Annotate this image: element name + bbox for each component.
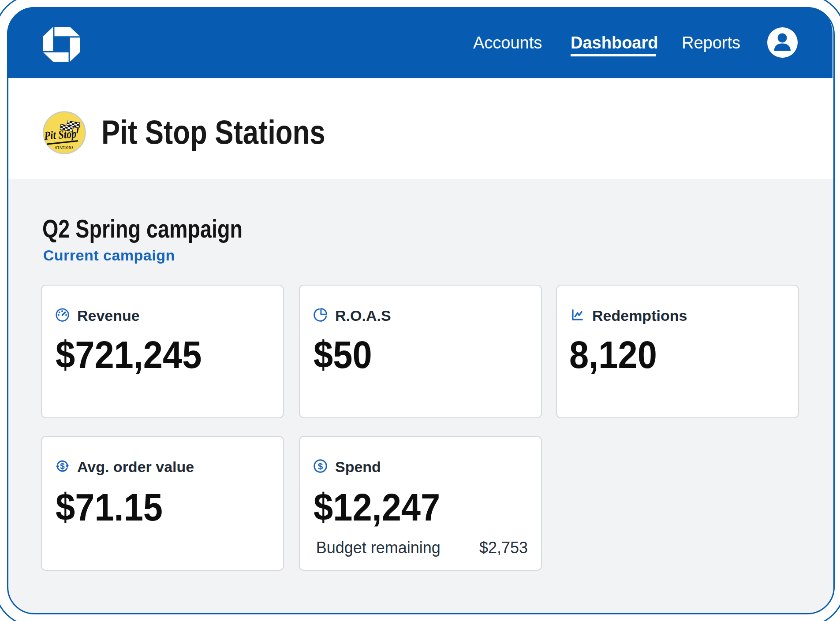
- svg-text:Pit Stop: Pit Stop: [43, 127, 77, 142]
- svg-text:$: $: [318, 461, 323, 471]
- svg-text:$: $: [60, 461, 65, 471]
- svg-text:STATIONS: STATIONS: [55, 146, 74, 150]
